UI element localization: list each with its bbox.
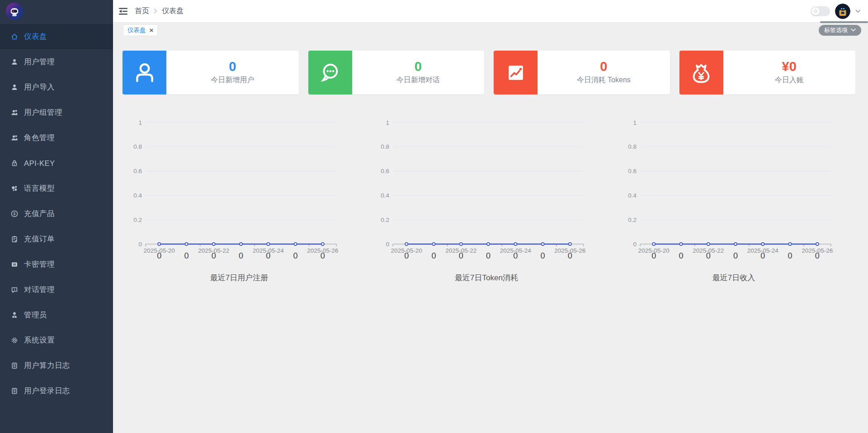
line-chart-revenue[interactable]: 00.20.40.60.812025-05-202025-05-222025-0… (627, 116, 840, 266)
svg-text:0: 0 (212, 251, 216, 260)
sidebar-item-recharge-order[interactable]: 充值订单 (0, 226, 113, 252)
svg-text:0: 0 (239, 251, 243, 260)
svg-text:0: 0 (293, 251, 298, 260)
sun-icon (813, 9, 818, 14)
main-area: 首页 仪表盘 (113, 0, 868, 433)
line-chart-token-usage[interactable]: 00.20.40.60.812025-05-202025-05-222025-0… (380, 116, 593, 266)
sidebar-item-label: 用户登录日志 (24, 386, 70, 396)
svg-text:0: 0 (788, 251, 793, 260)
chart-title: 最近7日用户注册 (133, 273, 345, 283)
dollar-icon: $ (10, 210, 19, 218)
sidebar-item-label: 充值订单 (24, 234, 55, 244)
sidebar: 仪表盘 用户管理 用户导入 用户组管理 (0, 0, 113, 433)
stat-label: 今日入账 (775, 75, 804, 85)
sidebar-item-admin[interactable]: 管理员 (0, 302, 113, 328)
sidebar-item-label: 语言模型 (24, 184, 55, 193)
sidebar-collapse-icon[interactable] (119, 8, 128, 15)
app-root: 仪表盘 用户管理 用户导入 用户组管理 (0, 0, 868, 433)
sidebar-item-api-key[interactable]: API-KEY (0, 151, 113, 176)
svg-text:0.6: 0.6 (381, 168, 389, 174)
sidebar-item-user-management[interactable]: 用户管理 (0, 49, 113, 75)
sidebar-item-user-group[interactable]: 用户组管理 (0, 100, 113, 125)
user-import-icon (10, 83, 19, 92)
stat-value: 0 (229, 60, 236, 73)
sidebar-item-recharge-product[interactable]: $ 充值产品 (0, 201, 113, 226)
svg-text:0: 0 (138, 241, 142, 248)
sidebar-item-login-log[interactable]: 用户登录日志 (0, 378, 113, 404)
theme-toggle-knob (811, 7, 820, 15)
svg-text:0.8: 0.8 (133, 143, 142, 150)
sidebar-item-label: 用户管理 (24, 57, 55, 67)
svg-text:1: 1 (633, 119, 637, 126)
theme-toggle[interactable] (811, 6, 830, 16)
role-icon (10, 134, 19, 142)
trend-chart-icon (494, 51, 538, 94)
svg-text:0.4: 0.4 (133, 192, 142, 199)
tab-label: 仪表盘 (127, 26, 146, 34)
line-chart-user-registrations[interactable]: 00.20.40.60.812025-05-202025-05-222025-0… (133, 116, 345, 266)
sidebar-item-user-import[interactable]: 用户导入 (0, 75, 113, 100)
svg-text:1: 1 (386, 119, 389, 126)
sidebar-item-card-key[interactable]: 卡密管理 (0, 252, 113, 277)
chevron-down-icon[interactable] (855, 9, 861, 13)
sidebar-item-language-model[interactable]: 语言模型 (0, 176, 113, 201)
sidebar-item-system-settings[interactable]: 系统设置 (0, 328, 113, 353)
svg-text:0: 0 (321, 251, 325, 260)
stat-label: 今日消耗 Tokens (577, 75, 631, 85)
user-icon (10, 58, 19, 66)
sidebar-item-label: API-KEY (24, 159, 55, 168)
sidebar-item-label: 系统设置 (24, 335, 55, 345)
svg-text:0: 0 (486, 251, 491, 260)
svg-text:0: 0 (651, 251, 656, 260)
sidebar-item-label: 用户组管理 (24, 108, 62, 118)
svg-text:0.6: 0.6 (628, 168, 637, 174)
chat-bubble-icon (308, 51, 352, 94)
stat-value: 0 (415, 60, 422, 73)
tab-strip: 仪表盘 × 标签选项 (113, 23, 868, 38)
stat-value: ¥0 (782, 60, 797, 73)
tab-close-icon[interactable]: × (150, 27, 154, 33)
breadcrumb-home[interactable]: 首页 (135, 6, 149, 16)
svg-text:0: 0 (679, 251, 683, 260)
user-group-icon (10, 108, 19, 117)
chevron-down-icon (851, 28, 856, 32)
svg-text:0.4: 0.4 (628, 192, 637, 199)
user-outline-icon (123, 51, 166, 94)
sidebar-item-compute-log[interactable]: 用户算力日志 (0, 353, 113, 378)
sidebar-item-dashboard[interactable]: 仪表盘 (0, 24, 113, 49)
sidebar-item-label: 用户算力日志 (24, 361, 70, 371)
sidebar-item-label: 对话管理 (24, 285, 55, 295)
sidebar-item-role-management[interactable]: 角色管理 (0, 125, 113, 151)
sidebar-item-chat-management[interactable]: 对话管理 (0, 277, 113, 302)
dashboard-content: 0 今日新增用户 0 今日新增对话 (113, 38, 868, 433)
sidebar-item-label: 仪表盘 (24, 32, 47, 42)
svg-text:0: 0 (459, 251, 463, 260)
svg-text:0.8: 0.8 (628, 143, 637, 150)
svg-text:0: 0 (815, 251, 820, 260)
stat-label: 今日新增用户 (211, 75, 254, 85)
app-logo[interactable] (6, 3, 23, 22)
svg-text:0: 0 (266, 251, 270, 260)
sidebar-item-label: 卡密管理 (24, 259, 55, 269)
svg-text:0: 0 (431, 251, 436, 260)
sidebar-item-label: 充值产品 (24, 209, 55, 219)
lock-icon (10, 159, 19, 168)
svg-text:0.2: 0.2 (381, 216, 389, 223)
admin-icon (10, 311, 19, 320)
gear-icon (10, 336, 19, 345)
tab-dashboard[interactable]: 仪表盘 × (123, 24, 158, 36)
horizontal-scrollbar-thumb[interactable] (820, 21, 868, 23)
logo-area (0, 0, 113, 24)
stat-card-tokens: 0 今日消耗 Tokens (494, 51, 670, 94)
tag-options-button[interactable]: 标签选项 (819, 25, 861, 36)
home-icon (10, 33, 19, 41)
stat-value: 0 (600, 60, 607, 73)
stat-card-income: ¥0 今日入账 (679, 51, 856, 94)
breadcrumb-current: 仪表盘 (162, 6, 184, 16)
log-icon (10, 387, 19, 395)
user-avatar[interactable] (835, 4, 850, 19)
chart-title: 最近7日Token消耗 (380, 273, 593, 283)
svg-text:1: 1 (138, 119, 142, 126)
top-header: 首页 仪表盘 (113, 0, 868, 23)
svg-text:0.4: 0.4 (381, 192, 389, 199)
